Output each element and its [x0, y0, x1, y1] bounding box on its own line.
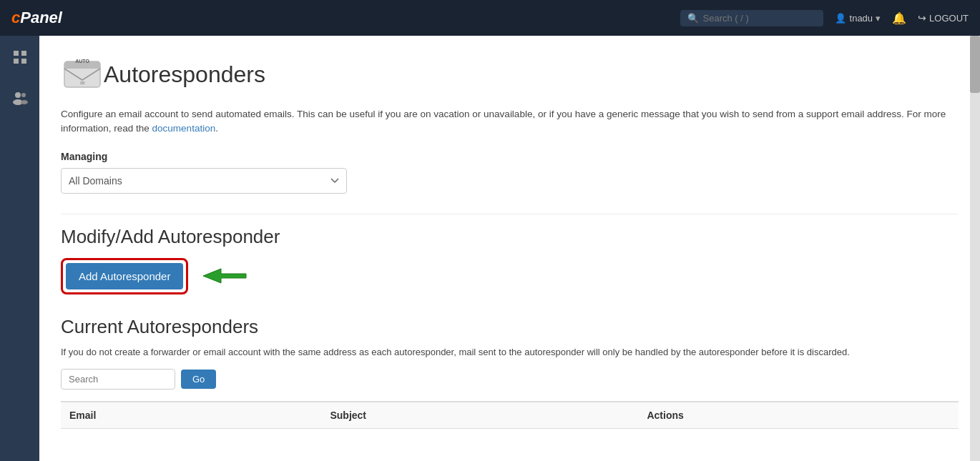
go-button[interactable]: Go	[181, 370, 216, 389]
sidebar-icon-grid[interactable]	[7, 44, 33, 74]
modify-section-heading: Modify/Add Autoresponder	[61, 226, 959, 248]
nav-username: tnadu	[850, 13, 873, 24]
search-input[interactable]	[61, 369, 175, 390]
add-btn-wrapper: Add Autoresponder	[61, 258, 959, 294]
search-row: Go	[61, 369, 959, 390]
col-actions: Actions	[638, 402, 959, 429]
add-btn-outer-border: Add Autoresponder	[61, 258, 188, 294]
svg-rect-2	[14, 59, 19, 64]
col-subject: Subject	[321, 402, 638, 429]
user-icon: 👤	[835, 13, 846, 24]
nav-user-chevron: ▾	[876, 13, 881, 24]
cpanel-logo: cPanel	[11, 9, 62, 27]
table-header: Email Subject Actions	[61, 402, 959, 429]
svg-point-7	[21, 100, 28, 104]
autoresponder-icon: AUTO ✉	[61, 53, 104, 96]
svg-marker-13	[203, 269, 246, 283]
managing-section: Managing All Domains	[61, 151, 959, 194]
scrollbar-rail[interactable]	[970, 36, 980, 461]
managing-select[interactable]: All Domains	[61, 168, 347, 194]
svg-text:AUTO: AUTO	[75, 59, 89, 64]
logout-arrow-icon: ↪	[918, 12, 926, 24]
svg-rect-1	[21, 51, 26, 56]
svg-text:✉: ✉	[80, 80, 85, 86]
page-title-row: AUTO ✉ Autoresponders	[61, 53, 959, 96]
svg-rect-0	[14, 51, 19, 56]
page-title: Autoresponders	[104, 61, 265, 88]
nav-search-icon: 🔍	[687, 13, 699, 24]
nav-search-input[interactable]	[703, 13, 816, 24]
scrollbar-thumb[interactable]	[970, 36, 980, 93]
nav-search-box[interactable]: 🔍	[680, 10, 823, 26]
nav-logout-button[interactable]: ↪ LOGOUT	[918, 12, 969, 24]
main-layout: AUTO ✉ Autoresponders Configure an email…	[0, 36, 980, 461]
managing-label: Managing	[61, 151, 959, 162]
main-content: AUTO ✉ Autoresponders Configure an email…	[39, 36, 980, 461]
svg-rect-10	[64, 65, 100, 69]
green-arrow-icon	[200, 265, 250, 287]
current-description: If you do not create a forwarder or emai…	[61, 345, 959, 360]
nav-user-menu[interactable]: 👤 tnadu ▾	[835, 13, 881, 24]
autoresponders-table: Email Subject Actions	[61, 401, 959, 429]
section-divider-1	[61, 214, 959, 214]
add-autoresponder-button[interactable]: Add Autoresponder	[66, 263, 183, 289]
page-description: Configure an email account to send autom…	[61, 107, 959, 137]
sidebar-icon-users[interactable]	[6, 85, 34, 114]
documentation-link[interactable]: documentation	[152, 123, 216, 134]
navbar: cPanel 🔍 👤 tnadu ▾ 🔔 ↪ LOGOUT	[0, 0, 980, 36]
col-email: Email	[61, 402, 321, 429]
sidebar	[0, 36, 39, 461]
nav-bell-icon[interactable]: 🔔	[892, 11, 906, 25]
svg-point-4	[15, 92, 21, 98]
svg-rect-3	[21, 59, 26, 64]
logout-label: LOGOUT	[929, 13, 969, 24]
svg-point-6	[21, 93, 26, 97]
current-section-heading: Current Autoresponders	[61, 316, 959, 338]
